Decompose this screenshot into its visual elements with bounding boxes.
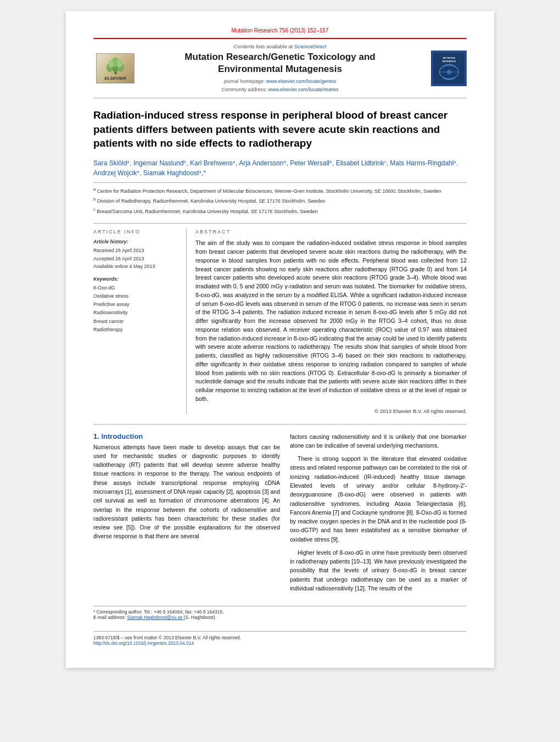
article-history-label: Article history:: [93, 239, 180, 244]
keyword-5: Breast cancer: [93, 317, 180, 326]
elsevier-logo: ELSEVIER: [96, 53, 135, 83]
homepage-link[interactable]: www.elsevier.com/locate/gentox: [266, 79, 337, 84]
accepted-date: Accepted 26 April 2013: [93, 255, 180, 263]
keyword-4: Radiosensitivity: [93, 309, 180, 317]
journal-header: ELSEVIER Contents lists available at Sci…: [93, 38, 467, 98]
intro-paragraph-left: Numerous attempts have been made to deve…: [93, 443, 280, 541]
footer-issn: 1383-5718/$ – see front matter © 2013 El…: [93, 635, 467, 640]
article-title: Radiation-induced stress response in per…: [93, 108, 467, 150]
mutation-logo-container: MUTATION RESEARCH: [423, 51, 467, 86]
keyword-3: Predictive assay: [93, 300, 180, 309]
intro-left-column: 1. Introduction Numerous attempts have b…: [93, 432, 280, 598]
svg-text:MUTATION: MUTATION: [443, 57, 455, 59]
contents-available-text: Contents lists available at ScienceDirec…: [143, 43, 417, 49]
keyword-2: Oxidative stress: [93, 292, 180, 300]
elsevier-logo-container: ELSEVIER: [93, 53, 137, 83]
introduction-section: 1. Introduction Numerous attempts have b…: [93, 432, 467, 598]
citation-text: Mutation Research 756 (2013) 152–157: [232, 27, 329, 34]
affil-a: a Centre for Radiation Protection Resear…: [93, 186, 467, 196]
svg-text:RESEARCH: RESEARCH: [443, 60, 456, 63]
sciencedirect-link[interactable]: ScienceDirect: [294, 43, 327, 49]
abstract-text: The aim of the study was to compare the …: [195, 239, 467, 403]
abstract-column: ABSTRACT The aim of the study was to com…: [195, 229, 467, 414]
mutation-research-logo: MUTATION RESEARCH: [431, 51, 467, 86]
page-footer: 1383-5718/$ – see front matter © 2013 El…: [93, 631, 467, 646]
journal-info-center: Contents lists available at ScienceDirec…: [137, 43, 423, 93]
elsevier-brand-text: ELSEVIER: [104, 76, 126, 81]
journal-homepage-info: journal homepage: www.elsevier.com/locat…: [143, 77, 417, 93]
available-date: Available online 4 May 2013: [93, 263, 180, 270]
keywords-label: Keywords:: [93, 276, 180, 282]
article-info-column: ARTICLE INFO Article history: Received 2…: [93, 229, 187, 414]
article-page: Mutation Research 756 (2013) 152–157 ELS…: [66, 11, 494, 668]
journal-citation: Mutation Research 756 (2013) 152–157: [93, 27, 467, 34]
community-link[interactable]: www.elsevier.com/locate/mutres: [268, 87, 339, 92]
section-divider: [93, 424, 467, 425]
intro-paragraph-right-1: factors causing radiosensitivity and it …: [290, 432, 467, 450]
affiliations-block: a Centre for Radiation Protection Resear…: [93, 182, 467, 216]
article-info-header: ARTICLE INFO: [93, 229, 180, 235]
corresponding-author-note: * Corresponding author. Tel.: +46 8 1640…: [93, 606, 467, 620]
abstract-header: ABSTRACT: [195, 229, 467, 235]
svg-point-6: [117, 60, 122, 68]
svg-point-5: [108, 60, 114, 68]
authors-line: Sara Skiöldᵃ, Ingemar Naslundᵇ, Karl Bre…: [93, 158, 467, 178]
intro-paragraph-right-2: There is strong support in the literatur…: [290, 454, 467, 544]
received-date: Received 25 April 2013: [93, 247, 180, 254]
journal-title-line2: Environmental Mutagenesis: [143, 63, 417, 75]
affil-c: c Breast/Sarcoma Unit, Radiumhemmet, Kar…: [93, 207, 467, 216]
affil-b: b Division of Radiotherapy, Radiumhemmet…: [93, 196, 467, 205]
intro-paragraph-right-3: Higher levels of 8-oxo-dG in urine have …: [290, 548, 467, 593]
article-info-abstract-section: ARTICLE INFO Article history: Received 2…: [93, 223, 467, 414]
email-link[interactable]: Siamak.Haghdoost@su.se: [127, 615, 183, 620]
section-number: 1. Introduction: [93, 432, 280, 440]
journal-title-line1: Mutation Research/Genetic Toxicology and: [143, 51, 417, 63]
keyword-1: 8-Oxo-dG: [93, 284, 180, 292]
svg-point-12: [447, 70, 452, 75]
keyword-6: Radiotherapy: [93, 326, 180, 334]
intro-right-column: factors causing radiosensitivity and it …: [290, 432, 467, 598]
footer-doi-link[interactable]: http://dx.doi.org/10.1016/j.mrgentox.201…: [93, 640, 194, 646]
copyright-line: © 2013 Elsevier B.V. All rights reserved…: [195, 408, 467, 414]
